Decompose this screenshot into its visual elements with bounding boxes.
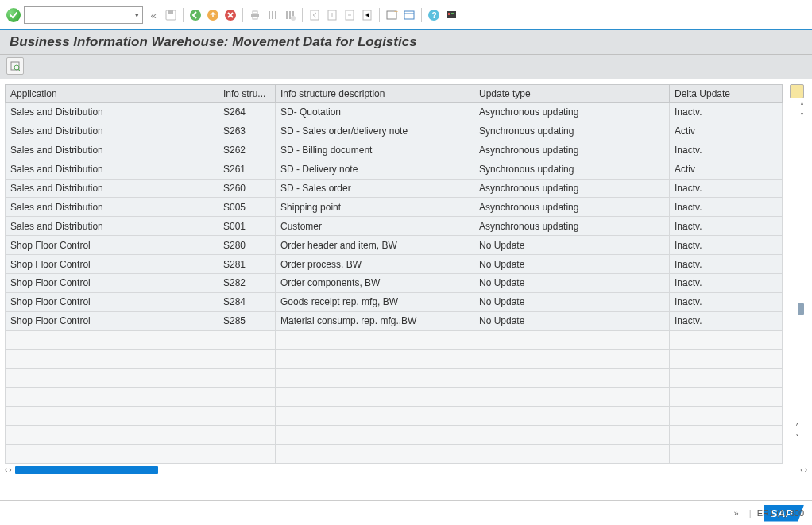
table-cell[interactable]: S262	[218, 141, 276, 160]
table-cell[interactable]: S005	[218, 198, 276, 217]
table-cell[interactable]: Inactv.	[670, 179, 783, 198]
expand-status-icon[interactable]: »	[734, 508, 739, 518]
table-cell[interactable]: Inactv.	[670, 141, 783, 160]
scroll-down-icon[interactable]: ˅	[800, 112, 804, 121]
exit-button[interactable]	[206, 8, 220, 22]
table-cell[interactable]: S285	[218, 311, 276, 330]
table-cell[interactable]: Asynchronous updating	[474, 217, 670, 236]
last-page-icon[interactable]	[360, 8, 374, 22]
table-cell[interactable]: Asynchronous updating	[474, 141, 670, 160]
scroll-right-end-icon[interactable]: ›	[805, 465, 807, 474]
table-cell[interactable]: Sales and Distribution	[6, 122, 218, 141]
table-cell[interactable]: Sales and Distribution	[6, 160, 218, 179]
table-cell[interactable]: Synchronous updating	[474, 122, 670, 141]
table-cell[interactable]: Shop Floor Control	[6, 292, 218, 311]
table-cell[interactable]: Order components, BW	[276, 274, 474, 293]
table-cell[interactable]: No Update	[474, 274, 670, 293]
table-cell[interactable]: SD - Billing document	[276, 141, 474, 160]
table-row[interactable]: Shop Floor ControlS285Material consump. …	[6, 311, 783, 330]
column-header[interactable]: Update type	[474, 85, 670, 103]
customize-icon[interactable]	[444, 8, 458, 22]
table-cell[interactable]: S001	[218, 217, 276, 236]
find-next-icon[interactable]	[283, 8, 297, 22]
table-cell[interactable]: Shop Floor Control	[6, 274, 218, 293]
table-row[interactable]: Sales and DistributionS261SD - Delivery …	[6, 160, 783, 179]
table-row[interactable]: Shop Floor ControlS281Order process, BWN…	[6, 255, 783, 274]
table-cell[interactable]: Inactv.	[670, 274, 783, 293]
table-cell[interactable]: Asynchronous updating	[474, 179, 670, 198]
next-page-icon[interactable]	[342, 8, 357, 22]
column-header[interactable]: Application	[6, 85, 218, 103]
table-cell[interactable]: No Update	[474, 292, 670, 311]
table-cell[interactable]: S263	[218, 122, 276, 141]
configure-columns-button[interactable]	[790, 84, 804, 98]
scroll-up-end-icon[interactable]: ˄	[795, 423, 799, 431]
table-cell[interactable]: Material consump. rep. mfg.,BW	[276, 311, 474, 330]
table-cell[interactable]: Inactv.	[670, 292, 783, 311]
save-icon[interactable]	[164, 8, 178, 22]
table-cell[interactable]: Inactv.	[670, 198, 783, 217]
table-cell[interactable]: S280	[218, 236, 276, 255]
table-cell[interactable]: S261	[218, 160, 276, 179]
cancel-button[interactable]	[223, 8, 238, 22]
table-cell[interactable]: Sales and Distribution	[6, 179, 218, 198]
scroll-down-end-icon[interactable]: ˅	[795, 433, 799, 442]
command-field[interactable]: ▾	[24, 6, 143, 24]
column-header[interactable]: Info stru...	[218, 85, 276, 103]
table-cell[interactable]: S260	[218, 179, 276, 198]
table-cell[interactable]: Shop Floor Control	[6, 236, 218, 255]
table-cell[interactable]: Inactv.	[670, 103, 783, 122]
enter-button[interactable]	[6, 8, 21, 22]
table-cell[interactable]: Inactv.	[670, 311, 783, 330]
scroll-left-end-icon[interactable]: ‹	[800, 465, 802, 474]
column-header[interactable]: Info structure description	[276, 85, 474, 103]
table-cell[interactable]: SD - Sales order	[276, 179, 474, 198]
table-cell[interactable]: Sales and Distribution	[6, 103, 218, 122]
print-icon[interactable]	[248, 8, 262, 22]
first-page-icon[interactable]	[307, 8, 322, 22]
table-cell[interactable]: Shipping point	[276, 198, 474, 217]
column-header[interactable]: Delta Update	[670, 85, 783, 103]
table-cell[interactable]: Customer	[276, 217, 474, 236]
table-row[interactable]: Sales and DistributionS264SD- QuotationA…	[6, 103, 783, 122]
table-cell[interactable]: No Update	[474, 255, 670, 274]
table-cell[interactable]: Sales and Distribution	[6, 217, 218, 236]
table-cell[interactable]: Asynchronous updating	[474, 198, 670, 217]
table-row[interactable]: Shop Floor ControlS282Order components, …	[6, 274, 783, 293]
layout-icon[interactable]	[402, 8, 416, 22]
table-cell[interactable]: S284	[218, 292, 276, 311]
scroll-left-icon[interactable]: ‹	[5, 465, 7, 474]
table-cell[interactable]: Order header and item, BW	[276, 236, 474, 255]
collapse-icon[interactable]: «	[146, 8, 160, 22]
table-cell[interactable]: SD- Quotation	[276, 103, 474, 122]
table-cell[interactable]: Shop Floor Control	[6, 311, 218, 330]
table-cell[interactable]: Inactv.	[670, 217, 783, 236]
table-cell[interactable]: Sales and Distribution	[6, 141, 218, 160]
table-cell[interactable]: S264	[218, 103, 276, 122]
new-session-icon[interactable]: +	[385, 8, 399, 22]
back-button[interactable]	[188, 8, 203, 22]
scroll-up-icon[interactable]: ˄	[800, 102, 804, 110]
prev-page-icon[interactable]	[325, 8, 339, 22]
table-row[interactable]: Sales and DistributionS262SD - Billing d…	[6, 141, 783, 160]
table-cell[interactable]: No Update	[474, 236, 670, 255]
table-row[interactable]: Shop Floor ControlS280Order header and i…	[6, 236, 783, 255]
table-cell[interactable]: Order process, BW	[276, 255, 474, 274]
table-row[interactable]: Sales and DistributionS001CustomerAsynch…	[6, 217, 783, 236]
table-cell[interactable]: Activ	[670, 122, 783, 141]
table-row[interactable]: Sales and DistributionS005Shipping point…	[6, 198, 783, 217]
table-cell[interactable]: Goods receipt rep. mfg, BW	[276, 292, 474, 311]
find-icon[interactable]	[265, 8, 280, 22]
table-cell[interactable]: Sales and Distribution	[6, 198, 218, 217]
table-cell[interactable]: Inactv.	[670, 236, 783, 255]
horizontal-scrollbar-thumb[interactable]	[15, 466, 158, 474]
table-cell[interactable]: Asynchronous updating	[474, 103, 670, 122]
table-cell[interactable]: S281	[218, 255, 276, 274]
table-cell[interactable]: No Update	[474, 311, 670, 330]
table-cell[interactable]: SD - Delivery note	[276, 160, 474, 179]
table-cell[interactable]: SD - Sales order/delivery note	[276, 122, 474, 141]
help-icon[interactable]: ?	[427, 8, 441, 22]
table-cell[interactable]: Activ	[670, 160, 783, 179]
table-cell[interactable]: Synchronous updating	[474, 160, 670, 179]
display-details-icon[interactable]	[6, 57, 24, 75]
